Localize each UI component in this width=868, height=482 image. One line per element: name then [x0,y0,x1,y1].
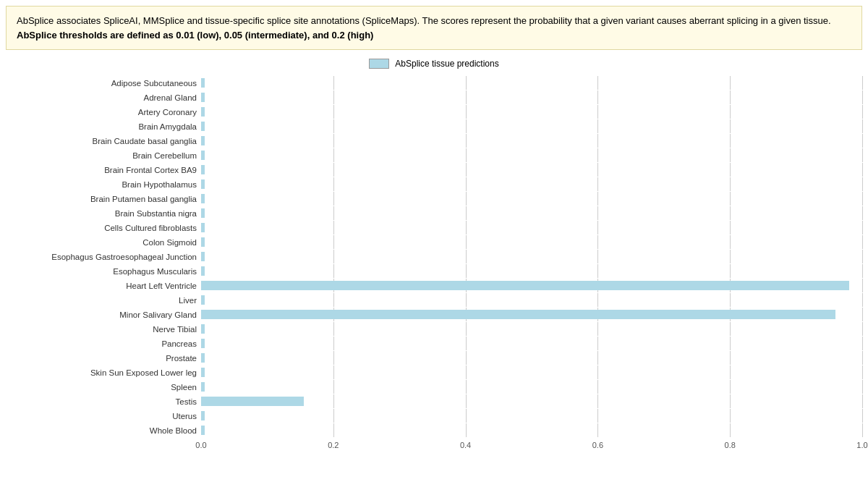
grid-line [597,380,598,394]
row-label: Liver [6,296,201,305]
row-label: Brain Cerebellum [6,151,201,160]
grid-line [730,322,731,336]
grid-line [333,293,334,307]
grid-line [333,264,334,278]
bar-area [201,105,862,119]
grid-line [730,221,731,234]
grid-line [730,134,731,148]
grid-line [333,409,334,423]
grid-line [333,105,334,119]
chart-row: Liver [6,293,862,307]
grid-line [862,235,863,249]
bar-fill [201,107,205,117]
bar-fill [201,339,205,348]
bar-fill [201,426,205,435]
grid-line [333,221,334,234]
grid-line [862,279,863,292]
bar-fill [201,78,205,88]
grid-line [597,351,598,365]
row-label: Cells Cultured fibroblasts [6,224,201,232]
grid-line [333,76,334,90]
x-tick: 0.2 [328,441,339,449]
info-text-bold: AbSplice thresholds are defined as 0.01 … [17,30,373,41]
row-label: Pancreas [6,339,201,348]
grid-line [466,76,467,90]
grid-line [466,148,467,162]
grid-line [597,365,598,379]
bar-area [201,119,862,133]
grid-line [862,163,863,177]
bar-area [201,235,862,249]
chart-row: Esophagus Muscularis [6,264,862,278]
chart-row: Adipose Subcutaneous [6,76,862,90]
grid-line [597,76,598,90]
grid-line [730,192,731,206]
grid-line [597,163,598,177]
bar-fill [201,122,205,131]
row-label: Brain Substantia nigra [6,209,201,218]
grid-line [862,221,863,234]
row-label: Whole Blood [6,426,201,435]
grid-line [597,235,598,249]
bar-area [201,148,862,162]
chart-row: Brain Hypothalamus [6,177,862,191]
grid-line [333,235,334,249]
grid-line [333,192,334,206]
row-label: Esophagus Muscularis [6,267,201,276]
chart-row: Adrenal Gland [6,90,862,104]
bar-area [201,206,862,220]
grid-line [730,148,731,162]
chart-row: Colon Sigmoid [6,235,862,249]
grid-line [862,90,863,104]
row-label: Brain Putamen basal ganglia [6,195,201,203]
bar-area [201,365,862,379]
grid-line [730,365,731,379]
grid-line [862,322,863,336]
bar-area [201,423,862,437]
row-label: Brain Caudate basal ganglia [6,137,201,145]
chart-row: Whole Blood [6,423,862,437]
grid-line [466,134,467,148]
row-label: Adipose Subcutaneous [6,79,201,88]
grid-line [333,423,334,437]
x-tick: 0.8 [725,441,736,449]
grid-line [466,394,467,408]
grid-line [466,206,467,220]
grid-line [862,119,863,133]
row-label: Adrenal Gland [6,93,201,102]
grid-line [333,148,334,162]
row-label: Artery Coronary [6,108,201,117]
legend: AbSplice tissue predictions [6,59,862,69]
row-label: Colon Sigmoid [6,238,201,247]
x-axis: 0.00.20.40.60.81.0 [201,438,862,452]
grid-line [862,365,863,379]
grid-line [466,365,467,379]
bar-area [201,264,862,278]
row-label: Minor Salivary Gland [6,310,201,319]
grid-line [597,119,598,133]
grid-line [333,250,334,263]
row-label: Uterus [6,412,201,420]
grid-line [730,380,731,394]
row-label: Brain Hypothalamus [6,180,201,189]
bar-area [201,279,862,292]
grid-line [333,163,334,177]
bar-area [201,76,862,90]
x-tick: 0.4 [460,441,471,449]
grid-line [862,423,863,437]
grid-line [730,394,731,408]
grid-line [333,322,334,336]
bar-area [201,177,862,191]
grid-line [333,351,334,365]
chart-area: AbSplice tissue predictions Adipose Subc… [0,59,868,452]
row-label: Esophagus Gastroesophageal Junction [6,253,201,261]
chart-row: Brain Cerebellum [6,148,862,162]
chart-row: Spleen [6,380,862,394]
grid-line [466,119,467,133]
grid-line [466,221,467,234]
bar-fill [201,237,205,247]
grid-line [862,351,863,365]
grid-line [730,337,731,350]
bar-fill [201,165,205,174]
grid-line [597,134,598,148]
